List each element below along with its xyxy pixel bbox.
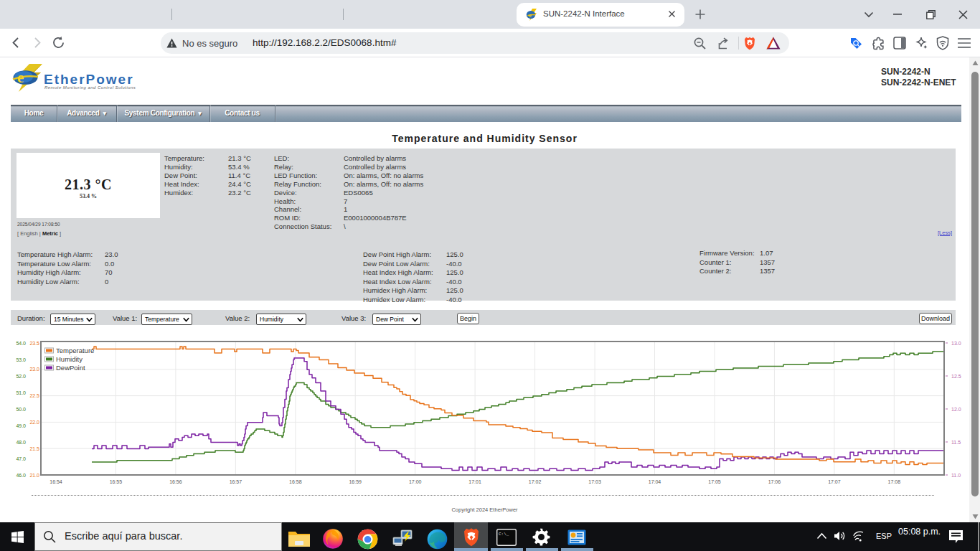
svg-text:11.0: 11.0 (951, 473, 961, 478)
svg-text:16:58: 16:58 (289, 479, 302, 484)
svg-text:Humidity: Humidity (56, 355, 83, 363)
svg-text:17:06: 17:06 (768, 479, 781, 484)
svg-text:54.0: 54.0 (16, 341, 26, 346)
svg-text:11.5: 11.5 (951, 440, 961, 445)
svg-text:16:56: 16:56 (169, 479, 182, 484)
svg-text:12.5: 12.5 (951, 374, 961, 379)
svg-text:49.0: 49.0 (16, 423, 26, 428)
svg-text:52.0: 52.0 (16, 374, 26, 379)
svg-text:16:54: 16:54 (50, 479, 62, 484)
svg-text:53.0: 53.0 (16, 357, 26, 362)
svg-text:16:59: 16:59 (349, 479, 362, 484)
svg-text:21.5: 21.5 (29, 446, 39, 451)
svg-text:e: e (17, 69, 24, 86)
svg-text:17:03: 17:03 (588, 479, 601, 484)
svg-text:16:55: 16:55 (110, 479, 123, 484)
svg-text:17:02: 17:02 (529, 479, 542, 484)
svg-text:12.0: 12.0 (951, 407, 961, 412)
svg-text:21.0: 21.0 (29, 473, 39, 478)
svg-text:46.0: 46.0 (16, 473, 26, 478)
svg-text:17:01: 17:01 (468, 479, 481, 484)
svg-text:17:04: 17:04 (649, 479, 661, 484)
svg-text:17:08: 17:08 (888, 479, 901, 484)
svg-text:e: e (529, 11, 532, 19)
svg-text:50.0: 50.0 (16, 407, 26, 412)
svg-text:17:05: 17:05 (708, 479, 721, 484)
svg-text:17:00: 17:00 (409, 479, 422, 484)
svg-text:47.0: 47.0 (16, 456, 26, 461)
svg-text:Temperature: Temperature (56, 347, 94, 354)
svg-text:22.0: 22.0 (29, 420, 39, 425)
svg-text:48.0: 48.0 (16, 440, 26, 445)
svg-text:23.0: 23.0 (29, 367, 39, 372)
svg-text:51.0: 51.0 (16, 390, 26, 395)
svg-text:17:07: 17:07 (828, 479, 841, 484)
svg-text:C:\_: C:\_ (499, 532, 509, 537)
svg-text:13.0: 13.0 (951, 341, 961, 346)
svg-text:DewPoint: DewPoint (56, 364, 85, 372)
svg-text:16:57: 16:57 (230, 479, 242, 484)
svg-text:22.5: 22.5 (29, 393, 39, 398)
svg-text:23.5: 23.5 (29, 341, 39, 346)
